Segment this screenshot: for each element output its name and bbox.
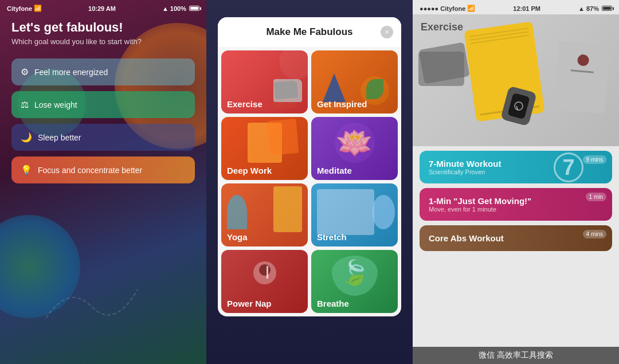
workout-7min-info: 7-Minute Workout Scientifically Proven (429, 159, 501, 175)
lose-weight-label: Lose weight (34, 100, 77, 109)
card-stretch[interactable]: Stretch (311, 183, 398, 246)
close-icon: × (385, 28, 389, 36)
workout-1min-name: 1-Min "Just Get Moving!" (429, 196, 531, 206)
illustration-title: Exercise (421, 21, 463, 33)
card-meditate[interactable]: 🪷 Meditate (311, 117, 398, 180)
screen2: Make Me Fabulous × Exercise Get Inspired (206, 0, 413, 364)
workout-7min-circle: 7 (554, 152, 583, 182)
time-1: 10:29 AM (88, 5, 116, 12)
card-inspired-label: Get Inspired (317, 99, 367, 109)
card-stretch-label: Stretch (317, 232, 347, 242)
battery-text-3: 87% (586, 5, 599, 12)
workout-7min-time: 9 mins (583, 155, 606, 164)
workout-1min-info: 1-Min "Just Get Moving!" Move, even for … (429, 196, 531, 213)
goal-focus[interactable]: 💡 Focus and concentrate better (11, 156, 195, 183)
location-icon-3: ▲ (578, 5, 585, 12)
screen3: ●●●●● Cityfone 📶 12:01 PM ▲ 87% (413, 0, 619, 364)
wifi-icon-3: 📶 (467, 5, 475, 12)
wave-decoration (34, 272, 149, 330)
battery-text-1: 100% (170, 5, 186, 12)
carrier-3: ●●●●● Cityfone (420, 5, 465, 12)
card-meditate-label: Meditate (317, 166, 352, 175)
lose-weight-icon: ⚖ (21, 99, 29, 110)
location-icon-1: ▲ (162, 5, 169, 12)
card-exercise-label: Exercise (227, 99, 263, 109)
card-inspired[interactable]: Get Inspired (311, 50, 398, 113)
modal-close-button[interactable]: × (381, 26, 393, 38)
workout-core-info: Core Abs Workout (429, 233, 504, 243)
card-exercise[interactable]: Exercise (221, 50, 308, 113)
watermark-text: 微信 高效率工具搜索 (479, 350, 553, 359)
screen1-content: Let's get fabulous! Which goal would you… (0, 14, 206, 195)
status-right-1: ▲ 100% (162, 5, 199, 12)
status-bar-1: Cityfone 📶 10:29 AM ▲ 100% (0, 0, 206, 14)
workout-7min-sub: Scientifically Proven (429, 169, 501, 175)
status-right-3: ▲ 87% (578, 5, 612, 12)
sleep-icon: 🌙 (21, 132, 32, 143)
card-yoga[interactable]: Yoga (221, 183, 308, 246)
screen1: Cityfone 📶 10:29 AM ▲ 100% Let's get fab… (0, 0, 206, 364)
focus-icon: 💡 (21, 165, 32, 175)
sleep-label: Sleep better (38, 133, 81, 142)
workout-7min-name: 7-Minute Workout (429, 159, 501, 169)
workout-1min-time: 1 min (586, 193, 606, 201)
time-3: 12:01 PM (513, 5, 540, 12)
card-yoga-label: Yoga (227, 232, 248, 242)
wifi-icon-1: 📶 (34, 5, 42, 12)
goal-lose-weight[interactable]: ⚖ Lose weight (11, 91, 195, 118)
workout-1min-sub: Move, even for 1 minute (429, 206, 531, 213)
card-breathe-label: Breathe (317, 299, 349, 308)
workout-core[interactable]: Core Abs Workout 4 mins (420, 225, 612, 251)
workout-list: 7-Minute Workout Scientifically Proven 9… (413, 146, 619, 260)
gray-card (553, 41, 610, 113)
modal-title: Make Me Fabulous (266, 26, 352, 38)
workout-7min-number: 7 (562, 156, 574, 178)
workout-1min[interactable]: 1-Min "Just Get Moving!" Move, even for … (420, 188, 612, 221)
watermark: 微信 高效率工具搜索 (413, 347, 619, 364)
modal-header: Make Me Fabulous × (218, 17, 401, 47)
status-bar-3: ●●●●● Cityfone 📶 12:01 PM ▲ 87% (413, 0, 619, 14)
card-breathe[interactable]: 🍃 Breathe (311, 250, 398, 313)
cards-grid: Exercise Get Inspired Deep Work 🪷 Medi (218, 47, 401, 316)
card-powernap[interactable]: Power Nap (221, 250, 308, 313)
workout-core-time: 4 mins (583, 230, 606, 238)
card-deepwork-label: Deep Work (227, 166, 272, 175)
goal-sleep[interactable]: 🌙 Sleep better (11, 124, 195, 151)
goal-energized[interactable]: ⚙ Feel more energized (11, 58, 195, 85)
status-left-1: Cityfone 📶 (7, 5, 42, 12)
workout-core-name: Core Abs Workout (429, 233, 504, 243)
energized-label: Feel more energized (34, 68, 108, 77)
screen1-subtitle: Which goal would you like to start with? (11, 37, 195, 46)
workout-7min[interactable]: 7-Minute Workout Scientifically Proven 9… (420, 151, 612, 183)
screen1-title: Let's get fabulous! (11, 20, 195, 35)
card-deepwork[interactable]: Deep Work (221, 117, 308, 180)
weights-left (418, 43, 470, 95)
exercise-illustration: Exercise (413, 14, 619, 146)
carrier-1: Cityfone (7, 5, 32, 12)
battery-icon-1 (189, 6, 199, 11)
card-powernap-label: Power Nap (227, 299, 272, 308)
battery-icon-3 (602, 6, 612, 11)
status-left-3: ●●●●● Cityfone 📶 (420, 5, 475, 12)
energized-icon: ⚙ (21, 66, 29, 77)
focus-label: Focus and concentrate better (38, 166, 142, 175)
modal: Make Me Fabulous × Exercise Get Inspired (218, 17, 401, 316)
